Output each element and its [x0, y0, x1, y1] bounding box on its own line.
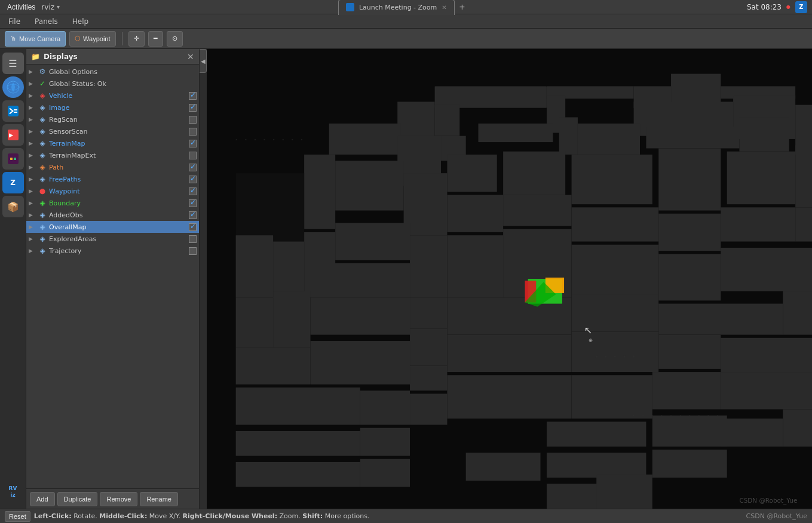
display-item-global-options[interactable]: ▶ ⚙ Global Options — [26, 66, 199, 78]
expand-arrow[interactable]: ▶ — [29, 236, 36, 242]
display-item-boundary[interactable]: ▶ ◈ Boundary — [26, 197, 199, 209]
display-item-waypoint[interactable]: ▶ ● Waypoint — [26, 185, 199, 197]
expand-arrow[interactable]: ▶ — [29, 81, 36, 87]
menu-panels[interactable]: Panels — [32, 16, 60, 27]
displays-title: Displays — [44, 53, 78, 61]
expand-arrow[interactable]: ▶ — [29, 248, 36, 254]
display-item-sensorscan[interactable]: ▶ ◈ SensorScan — [26, 125, 199, 137]
trajectory-checkbox[interactable] — [189, 247, 197, 255]
rename-display-button[interactable]: Rename — [140, 492, 178, 506]
sidebar-zoom-icon[interactable]: Z — [2, 172, 24, 193]
toolbar-measure-btn[interactable]: ━ — [148, 31, 163, 47]
svg-rect-121 — [596, 475, 652, 509]
map-canvas: ↖ ⊕ — [207, 49, 812, 509]
toolbar-interact-btn[interactable]: ✛ — [128, 31, 145, 47]
svg-rect-16 — [397, 101, 434, 139]
activities-button[interactable]: Activities — [4, 2, 39, 13]
svg-rect-111 — [547, 422, 646, 447]
svg-rect-24 — [478, 124, 553, 142]
exploredareas-checkbox[interactable] — [189, 235, 197, 243]
map-view[interactable]: ↖ ⊕ — [207, 49, 812, 509]
sidebar-terminal-icon[interactable]: ▶ — [2, 124, 24, 146]
menu-file[interactable]: File — [6, 16, 23, 27]
svg-rect-68 — [410, 366, 447, 391]
svg-rect-45 — [572, 207, 659, 241]
freepaths-label: FreePaths — [49, 176, 189, 183]
image-checkbox[interactable] — [189, 104, 197, 112]
waypoint-button[interactable]: ⬡ Waypoint — [69, 31, 115, 47]
sidebar-package-icon[interactable]: 📦 — [2, 196, 24, 217]
freepaths-checkbox[interactable] — [189, 176, 197, 183]
sidebar-browser-icon[interactable] — [2, 76, 24, 98]
svg-rect-35 — [572, 155, 652, 204]
overallmap-checkbox[interactable] — [189, 223, 197, 231]
display-item-terrainmapext[interactable]: ▶ ◈ TerrainMapExt — [26, 149, 199, 161]
svg-rect-8 — [14, 158, 16, 160]
zoom-tab[interactable]: Launch Meeting - Zoom ✕ — [338, 0, 455, 15]
terrainmap-icon: ◈ — [38, 139, 47, 148]
add-display-button[interactable]: Add — [30, 492, 55, 506]
terrainmap-checkbox[interactable] — [189, 140, 197, 147]
expand-arrow[interactable]: ▶ — [29, 152, 36, 158]
display-item-regscan[interactable]: ▶ ◈ RegScan — [26, 113, 199, 125]
boundary-checkbox[interactable] — [189, 199, 197, 207]
rviz-app-label: rviz — [41, 3, 54, 11]
sensorscan-checkbox[interactable] — [189, 128, 197, 136]
path-checkbox[interactable] — [189, 164, 197, 171]
display-item-overallmap[interactable]: ▶ ◈ OverallMap — [26, 221, 199, 233]
display-item-global-status[interactable]: ▶ ✓ Global Status: Ok — [26, 78, 199, 90]
addedobs-checkbox[interactable] — [189, 211, 197, 219]
svg-text:⊕: ⊕ — [589, 337, 593, 343]
svg-rect-61 — [410, 328, 447, 365]
toolbar-camera-btn[interactable]: ⊙ — [167, 31, 183, 47]
expand-arrow[interactable]: ▶ — [29, 140, 36, 146]
svg-rect-117 — [547, 453, 646, 478]
displays-close-button[interactable]: ✕ — [187, 52, 194, 61]
display-item-image[interactable]: ▶ ◈ Image — [26, 101, 199, 113]
expand-arrow[interactable]: ▶ — [29, 200, 36, 206]
sidebar-hamburger[interactable]: ☰ — [2, 53, 24, 74]
hide-panel-button[interactable]: ◀ — [200, 49, 207, 73]
shift-desc: More options. — [325, 512, 370, 520]
expand-arrow[interactable]: ▶ — [29, 176, 36, 182]
display-item-terrainmap[interactable]: ▶ ◈ TerrainMap — [26, 137, 199, 149]
expand-arrow[interactable]: ▶ — [29, 212, 36, 218]
display-item-freepaths[interactable]: ▶ ◈ FreePaths — [26, 173, 199, 185]
reset-button[interactable]: Reset — [5, 511, 30, 522]
expand-arrow[interactable]: ▶ — [29, 93, 36, 99]
display-item-exploredareas[interactable]: ▶ ◈ ExploredAreas — [26, 233, 199, 245]
regscan-checkbox[interactable] — [189, 116, 197, 124]
expand-arrow[interactable]: ▶ — [29, 128, 36, 134]
global-options-icon: ⚙ — [38, 67, 47, 76]
vehicle-checkbox[interactable] — [189, 92, 197, 100]
global-status-label: Global Status: Ok — [49, 80, 197, 88]
expand-arrow[interactable]: ▶ — [29, 164, 36, 170]
expand-arrow[interactable]: ▶ — [29, 224, 36, 230]
display-item-trajectory[interactable]: ▶ ◈ Trajectory — [26, 245, 199, 257]
expand-arrow[interactable]: ▶ — [29, 116, 36, 122]
expand-arrow[interactable]: ▶ — [29, 188, 36, 194]
duplicate-display-button[interactable]: Duplicate — [57, 492, 98, 506]
display-item-addedobs[interactable]: ▶ ◈ AddedObs — [26, 209, 199, 221]
clock-dot: ● — [786, 4, 790, 10]
zoom-tab-close[interactable]: ✕ — [442, 4, 446, 11]
sidebar-slack-icon[interactable] — [2, 148, 24, 170]
svg-point-107 — [623, 356, 625, 358]
display-item-path[interactable]: ▶ ◈ Path — [26, 161, 199, 173]
system-topbar: Activities rviz ▾ Launch Meeting - Zoom … — [0, 0, 812, 14]
sidebar-vscode-icon[interactable] — [2, 100, 24, 122]
display-item-vehicle[interactable]: ▶ ◈ Vehicle — [26, 90, 199, 101]
displays-buttons: Add Duplicate Remove Rename — [26, 488, 199, 509]
dropdown-arrow[interactable]: ▾ — [57, 4, 60, 10]
left-click-label: Left-Click: — [34, 512, 72, 520]
new-tab-button[interactable]: + — [457, 2, 467, 13]
remove-display-button[interactable]: Remove — [100, 492, 137, 506]
waypoint-checkbox[interactable] — [189, 187, 197, 195]
move-camera-button[interactable]: 🖱 Move Camera — [5, 31, 66, 47]
svg-rect-26 — [578, 124, 640, 155]
svg-point-104 — [596, 356, 597, 358]
expand-arrow[interactable]: ▶ — [29, 69, 36, 75]
terrainmapext-checkbox[interactable] — [189, 152, 197, 159]
expand-arrow[interactable]: ▶ — [29, 104, 36, 110]
menu-help[interactable]: Help — [70, 16, 91, 27]
